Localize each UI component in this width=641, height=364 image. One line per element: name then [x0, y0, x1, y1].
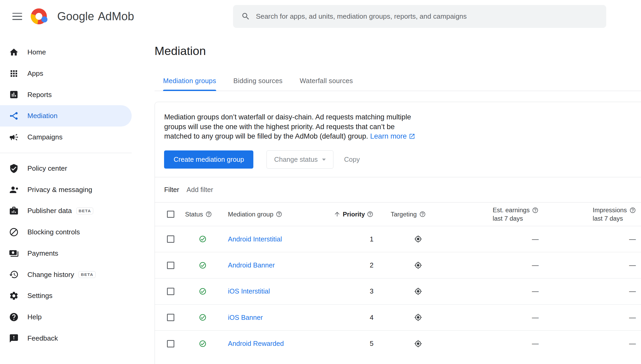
priority-value: 1 — [370, 235, 373, 243]
sidebar-item-policy-center[interactable]: Policy center — [0, 158, 132, 179]
help-circle-icon — [9, 312, 19, 322]
sidebar-item-blocking-controls[interactable]: Blocking controls — [0, 221, 132, 243]
tab-bar: Mediation groups Bidding sources Waterfa… — [155, 71, 641, 91]
logo-google: Google — [57, 10, 94, 23]
topbar: Google AdMob — [0, 0, 641, 33]
column-header-status: Status — [185, 211, 203, 218]
tab-mediation-groups[interactable]: Mediation groups — [155, 71, 225, 91]
home-icon — [9, 47, 19, 57]
logo-text: Google AdMob — [57, 10, 134, 23]
gear-icon — [9, 291, 19, 301]
tab-waterfall-sources[interactable]: Waterfall sources — [291, 71, 361, 91]
column-header-est-earnings: Est. earnings last 7 days — [493, 206, 539, 222]
copy-button[interactable]: Copy — [339, 150, 365, 168]
actions-toolbar: Create mediation group Change status Cop… — [164, 150, 641, 168]
sidebar-item-publisher-data[interactable]: Publisher data BETA — [0, 200, 132, 222]
mediation-group-link[interactable]: iOS Banner — [228, 314, 263, 321]
search-bar — [233, 5, 606, 28]
help-icon[interactable] — [205, 211, 212, 218]
row-checkbox[interactable] — [167, 340, 174, 347]
sidebar-item-reports[interactable]: Reports — [0, 84, 132, 105]
sidebar-item-change-history[interactable]: Change history BETA — [0, 264, 132, 285]
row-checkbox[interactable] — [167, 262, 174, 269]
priority-value: 3 — [370, 287, 373, 295]
status-active-icon — [199, 261, 206, 269]
impressions-value: — — [629, 235, 636, 243]
status-active-icon — [199, 340, 206, 347]
mediation-group-link[interactable]: Android Banner — [228, 261, 275, 269]
add-filter-button[interactable]: Add filter — [186, 186, 213, 194]
chevron-down-icon — [322, 159, 326, 161]
targeting-icon — [414, 314, 422, 321]
earnings-value: — — [532, 261, 539, 269]
mediation-group-link[interactable]: Android Interstitial — [228, 235, 282, 243]
earnings-value: — — [532, 340, 539, 347]
sidebar-item-privacy-messaging[interactable]: Privacy & messaging — [0, 179, 132, 200]
column-header-targeting: Targeting — [391, 211, 417, 218]
table-row: Android Rewarded 5 — — — [155, 330, 641, 356]
select-all-checkbox[interactable] — [167, 211, 174, 218]
column-header-mediation-group: Mediation group — [228, 211, 273, 218]
sidebar-item-settings[interactable]: Settings — [0, 285, 132, 306]
help-icon[interactable] — [532, 207, 539, 214]
table-row: iOS Interstitial 3 — — — [155, 278, 641, 304]
sidebar-item-feedback[interactable]: Feedback — [0, 328, 132, 349]
briefcase-chart-icon — [9, 206, 19, 216]
payments-icon — [9, 249, 19, 258]
apps-grid-icon — [9, 69, 19, 78]
row-checkbox[interactable] — [167, 235, 174, 243]
admob-app: Google AdMob Home Apps Reports Mediation — [0, 0, 641, 364]
table-header: Status Mediation group Priority Targetin… — [155, 202, 641, 226]
search-icon — [241, 12, 250, 21]
hamburger-menu-button[interactable] — [8, 7, 26, 25]
impressions-value: — — [629, 287, 636, 295]
admob-logo[interactable]: Google AdMob — [30, 7, 134, 26]
page-title: Mediation — [155, 44, 641, 58]
history-clock-icon — [9, 270, 19, 279]
help-icon[interactable] — [276, 211, 282, 218]
mediation-groups-panel: Mediation groups don’t waterfall or dais… — [155, 102, 641, 364]
tab-bidding-sources[interactable]: Bidding sources — [225, 71, 291, 91]
sidebar-item-home[interactable]: Home — [0, 42, 132, 63]
row-checkbox[interactable] — [167, 314, 174, 321]
targeting-icon — [414, 261, 422, 269]
targeting-icon — [414, 340, 422, 347]
block-icon — [9, 227, 19, 237]
status-active-icon — [199, 235, 206, 243]
change-status-button[interactable]: Change status — [267, 150, 333, 168]
status-active-icon — [199, 314, 206, 321]
search-input[interactable] — [256, 12, 598, 21]
help-icon[interactable] — [367, 211, 373, 218]
beta-badge: BETA — [76, 208, 93, 214]
earnings-value: — — [532, 314, 539, 321]
beta-badge: BETA — [78, 271, 96, 278]
mediation-description: Mediation groups don’t waterfall or dais… — [155, 102, 420, 141]
priority-value: 2 — [370, 261, 373, 269]
mediation-group-link[interactable]: Android Rewarded — [228, 340, 284, 347]
priority-value: 5 — [370, 340, 373, 347]
sort-ascending-icon — [334, 211, 341, 218]
table-row: iOS Banner 4 — — — [155, 304, 641, 330]
mediation-icon — [9, 111, 19, 121]
external-link-icon — [409, 133, 415, 140]
help-icon[interactable] — [629, 207, 636, 214]
table-row: Android Banner 2 — — — [155, 252, 641, 278]
learn-more-link[interactable]: Learn more — [370, 132, 415, 140]
priority-value: 4 — [370, 314, 373, 321]
row-checkbox[interactable] — [167, 288, 174, 295]
sidebar-item-help[interactable]: Help — [0, 306, 132, 328]
impressions-value: — — [629, 261, 636, 269]
sidebar-item-payments[interactable]: Payments — [0, 243, 132, 264]
sidebar-item-apps[interactable]: Apps — [0, 63, 132, 84]
impressions-value: — — [629, 340, 636, 347]
mediation-group-link[interactable]: iOS Interstitial — [228, 287, 270, 295]
sidebar-divider — [0, 153, 132, 153]
filter-bar: Filter Add filter — [155, 177, 641, 202]
impressions-value: — — [629, 314, 636, 321]
create-mediation-group-button[interactable]: Create mediation group — [164, 150, 253, 168]
sidebar-item-campaigns[interactable]: Campaigns — [0, 127, 132, 148]
bar-chart-icon — [9, 90, 19, 99]
help-icon[interactable] — [419, 211, 426, 218]
column-header-priority[interactable]: Priority — [335, 211, 391, 218]
sidebar-item-mediation[interactable]: Mediation — [0, 105, 132, 127]
